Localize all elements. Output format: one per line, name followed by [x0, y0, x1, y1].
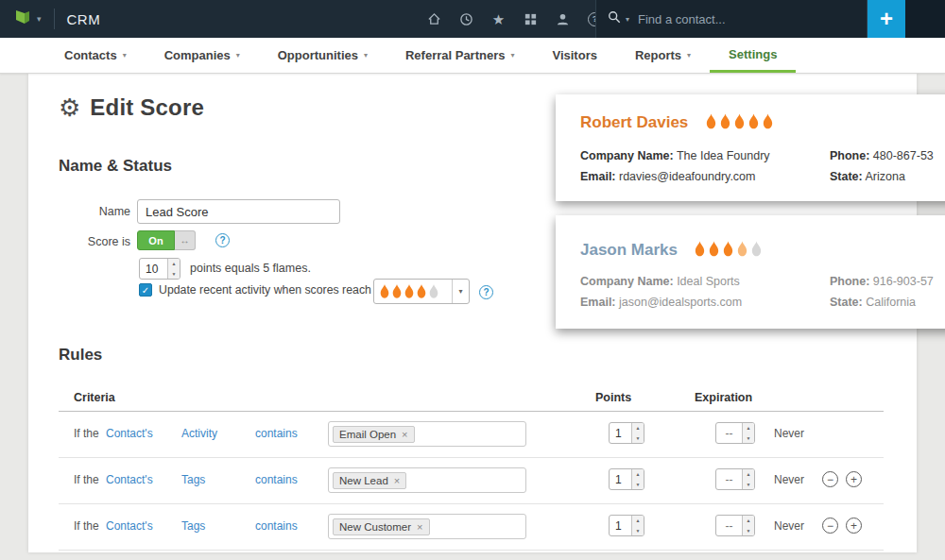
rule-points-stepper[interactable]: 1 ▲▼ — [609, 515, 644, 536]
rule-points-stepper[interactable]: 1 ▲▼ — [609, 422, 644, 444]
rule-operator-link[interactable]: contains — [255, 427, 298, 440]
tag-chip: Email Open × — [333, 426, 415, 443]
contact-company: Company Name: Ideal Sports — [580, 275, 740, 288]
add-rule-button[interactable]: + — [846, 471, 862, 487]
stepper-up-icon: ▲ — [743, 516, 754, 526]
flame-points-stepper[interactable]: 10 ▲▼ — [139, 258, 180, 280]
score-name-input[interactable] — [137, 199, 340, 224]
topbar-end-spacer — [905, 0, 945, 38]
stepper-down-icon: ▼ — [743, 480, 754, 490]
rule-tag-input[interactable]: New Lead × — [328, 467, 526, 493]
remove-tag-icon[interactable]: × — [394, 475, 400, 486]
remove-tag-icon[interactable]: × — [417, 521, 422, 533]
stepper-down-icon: ▼ — [168, 269, 180, 280]
gear-icon: ⚙ — [59, 95, 80, 120]
stepper-arrows[interactable]: ▲▼ — [631, 469, 644, 489]
rule-operator-link[interactable]: contains — [255, 519, 298, 533]
topbar-icons: ★ ? — [427, 0, 602, 38]
score-help-icon[interactable]: ? — [215, 233, 230, 247]
rule-entity-link[interactable]: Contact's — [106, 473, 153, 486]
stepper-arrows[interactable]: ▲▼ — [631, 423, 644, 443]
contact-flame-score — [694, 241, 763, 257]
contact-name-link[interactable]: Jason Marks — [580, 241, 678, 260]
toggle-handle-icon[interactable]: ↔ — [175, 230, 196, 250]
score-on-off-toggle[interactable]: On ↔ — [137, 230, 196, 250]
contact-search[interactable]: ▾ — [595, 0, 868, 38]
nav-opportunities[interactable]: Opportunities▾ — [259, 38, 387, 73]
flame-icon — [747, 113, 760, 129]
name-status-heading: Name & Status — [59, 157, 172, 176]
expiration-header: Expiration — [695, 391, 752, 404]
stepper-arrows[interactable]: ▲▼ — [742, 516, 754, 535]
rule-expiration-stepper[interactable]: -- ▲▼ — [715, 422, 755, 444]
rule-expiration-stepper[interactable]: -- ▲▼ — [715, 468, 755, 490]
rule-entity-link[interactable]: Contact's — [106, 427, 153, 440]
points-caption: points equals 5 flames. — [190, 262, 311, 275]
history-icon[interactable] — [459, 12, 473, 26]
stepper-arrows[interactable]: ▲▼ — [742, 469, 754, 489]
app-switcher[interactable]: ▾ — [0, 0, 42, 38]
rule-row: If the Contact's Tags contains New Custo… — [59, 504, 884, 551]
rule-tag-input[interactable]: New Customer × — [328, 514, 526, 539]
rule-entity-link[interactable]: Contact's — [106, 519, 153, 533]
contact-phone: Phone: 480-867-53 — [830, 149, 934, 162]
nav-reports[interactable]: Reports▾ — [616, 38, 710, 73]
remove-rule-button[interactable]: − — [822, 518, 838, 534]
rule-points-stepper[interactable]: 1 ▲▼ — [609, 468, 644, 490]
page-title-row: ⚙ Edit Score — [59, 94, 204, 121]
stepper-down-icon: ▼ — [632, 526, 644, 536]
main-nav: Contacts▾ Companies▾ Opportunities▾ Refe… — [0, 38, 945, 74]
threshold-help-icon[interactable]: ? — [479, 285, 493, 299]
rule-field-link[interactable]: Activity — [181, 427, 217, 440]
stepper-down-icon: ▼ — [632, 433, 644, 444]
stepper-up-icon: ▲ — [632, 469, 644, 480]
flame-icon — [379, 284, 390, 298]
stepper-arrows[interactable]: ▲▼ — [742, 423, 754, 443]
rule-field-link[interactable]: Tags — [181, 473, 205, 486]
update-activity-checkbox[interactable]: ✓ — [139, 283, 152, 297]
name-label: Name — [66, 205, 130, 218]
search-icon — [608, 10, 621, 27]
flame-icon — [762, 113, 774, 129]
chevron-down-icon[interactable]: ▾ — [452, 280, 469, 303]
contact-name-link[interactable]: Robert Davies — [580, 113, 688, 132]
contact-phone: Phone: 916-903-57 — [830, 275, 934, 288]
contact-company: Company Name: The Idea Foundry — [580, 149, 770, 162]
flame-icon — [708, 241, 720, 257]
quick-add-button[interactable]: + — [868, 0, 905, 38]
rule-operator-link[interactable]: contains — [255, 473, 298, 486]
score-is-label: Score is — [66, 235, 130, 248]
search-scope-caret-icon[interactable]: ▾ — [626, 15, 629, 24]
user-icon[interactable] — [556, 12, 570, 26]
nav-settings[interactable]: Settings — [710, 38, 796, 73]
rule-tag-input[interactable]: Email Open × — [328, 421, 526, 447]
rule-prefix: If the — [74, 473, 99, 486]
tag-chip: New Lead × — [333, 472, 406, 489]
stepper-arrows[interactable]: ▲▼ — [167, 259, 180, 279]
remove-rule-button[interactable]: − — [822, 471, 838, 487]
nav-contacts[interactable]: Contacts▾ — [45, 38, 146, 73]
flame-threshold-dropdown[interactable]: ▾ — [373, 279, 470, 304]
rule-prefix: If the — [74, 427, 99, 440]
apps-icon[interactable] — [524, 12, 538, 26]
remove-tag-icon[interactable]: × — [402, 429, 407, 440]
stepper-arrows[interactable]: ▲▼ — [631, 516, 644, 535]
stepper-up-icon: ▲ — [743, 423, 754, 433]
add-rule-button[interactable]: + — [846, 518, 862, 534]
expiration-never-label: Never — [774, 473, 804, 486]
nav-visitors[interactable]: Visitors — [533, 38, 615, 73]
nav-companies[interactable]: Companies▾ — [146, 38, 259, 73]
points-header: Points — [595, 391, 631, 404]
nav-referral-partners[interactable]: Referral Partners▾ — [387, 38, 534, 73]
favorites-icon[interactable]: ★ — [491, 12, 506, 26]
tag-chip: New Customer × — [333, 518, 430, 535]
app-title: CRM — [67, 11, 101, 27]
contact-state: State: Arizona — [830, 170, 905, 183]
contact-email: Email: jason@idealsports.com — [580, 296, 742, 309]
home-icon[interactable] — [427, 12, 441, 26]
flame-icon — [404, 284, 415, 298]
search-input[interactable] — [638, 12, 855, 26]
rule-expiration-stepper[interactable]: -- ▲▼ — [715, 515, 755, 536]
rule-field-link[interactable]: Tags — [181, 519, 205, 533]
flame-icon — [750, 241, 763, 257]
